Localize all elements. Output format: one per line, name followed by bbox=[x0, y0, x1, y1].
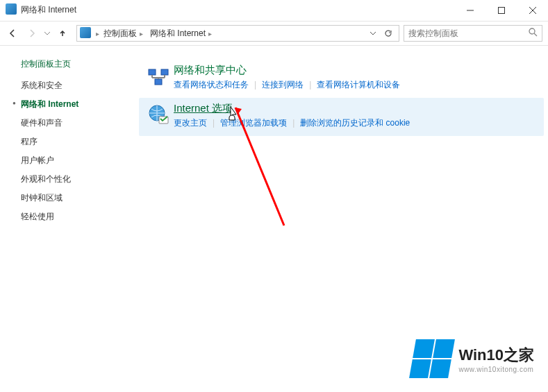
search-icon[interactable] bbox=[529, 28, 538, 39]
watermark: Win10之家 www.win10xitong.com bbox=[413, 339, 534, 378]
back-button[interactable] bbox=[3, 24, 22, 43]
section-link[interactable]: 查看网络计算机和设备 bbox=[317, 80, 400, 90]
recent-dropdown[interactable] bbox=[42, 24, 53, 43]
address-icon bbox=[80, 27, 91, 40]
section-link[interactable]: 查看网络状态和任务 bbox=[174, 80, 249, 90]
svg-line-5 bbox=[534, 33, 537, 36]
svg-rect-7 bbox=[161, 69, 168, 75]
sidebar-item-label: 时钟和区域 bbox=[21, 193, 63, 203]
sidebar-item-label: 用户帐户 bbox=[21, 155, 54, 165]
section-internet-options: Internet 选项更改主页|管理浏览器加载项|删除浏览的历史记录和 cook… bbox=[139, 98, 544, 136]
breadcrumb-item[interactable]: 控制面板 ▸ bbox=[101, 28, 148, 40]
window-controls bbox=[454, 0, 548, 21]
up-button[interactable] bbox=[53, 24, 72, 43]
svg-rect-1 bbox=[498, 7, 504, 13]
address-dropdown-button[interactable] bbox=[365, 26, 381, 41]
close-button[interactable] bbox=[517, 0, 548, 21]
sidebar-item-label: 网络和 Internet bbox=[21, 99, 78, 109]
toolbar: ▸ 控制面板 ▸ 网络和 Internet ▸ bbox=[0, 21, 548, 46]
section-heading[interactable]: 网络和共享中心 bbox=[174, 64, 540, 77]
svg-rect-8 bbox=[155, 79, 162, 85]
section-network-sharing: 网络和共享中心查看网络状态和任务|连接到网络|查看网络计算机和设备 bbox=[139, 60, 544, 98]
section-link[interactable]: 连接到网络 bbox=[262, 80, 304, 90]
sidebar-item-label: 轻松使用 bbox=[21, 212, 54, 221]
sidebar-item-label: 硬件和声音 bbox=[21, 118, 63, 128]
sidebar-item[interactable]: 用户帐户 bbox=[21, 155, 139, 167]
chevron-right-icon: ▸ bbox=[208, 30, 212, 37]
sidebar-item[interactable]: 系统和安全 bbox=[21, 80, 139, 92]
sidebar-item[interactable]: 外观和个性化 bbox=[21, 173, 139, 185]
forward-button[interactable] bbox=[22, 24, 42, 43]
internet-options-icon bbox=[143, 102, 174, 129]
section-link[interactable]: 删除浏览的历史记录和 cookie bbox=[300, 118, 410, 128]
windows-logo-icon bbox=[409, 339, 455, 378]
separator: | bbox=[309, 80, 311, 90]
watermark-sub: www.win10xitong.com bbox=[458, 366, 534, 373]
watermark-title: Win10之家 bbox=[458, 345, 534, 366]
sidebar-item[interactable]: 轻松使用 bbox=[21, 211, 139, 223]
titlebar: 网络和 Internet bbox=[0, 0, 548, 21]
window-title: 网络和 Internet bbox=[21, 4, 76, 16]
breadcrumb-label: 控制面板 bbox=[103, 28, 137, 40]
breadcrumb-label: 网络和 Internet bbox=[150, 28, 206, 40]
separator: | bbox=[292, 118, 294, 128]
svg-point-4 bbox=[529, 28, 535, 34]
sidebar-item[interactable]: 时钟和区域 bbox=[21, 192, 139, 204]
section-link[interactable]: 管理浏览器加载项 bbox=[220, 118, 287, 128]
sidebar-item-label: 程序 bbox=[21, 137, 38, 146]
chevron-right-icon: ▸ bbox=[96, 30, 99, 37]
section-links: 查看网络状态和任务|连接到网络|查看网络计算机和设备 bbox=[174, 79, 540, 91]
search-input[interactable] bbox=[408, 28, 529, 38]
maximize-button[interactable] bbox=[485, 0, 517, 21]
sidebar-heading[interactable]: 控制面板主页 bbox=[21, 58, 139, 70]
section-heading[interactable]: Internet 选项 bbox=[174, 102, 540, 115]
svg-rect-6 bbox=[149, 69, 156, 75]
section-links: 更改主页|管理浏览器加载项|删除浏览的历史记录和 cookie bbox=[174, 117, 540, 129]
breadcrumb-item[interactable]: 网络和 Internet ▸ bbox=[148, 28, 217, 40]
chevron-right-icon: ▸ bbox=[140, 30, 143, 37]
separator: | bbox=[213, 118, 215, 128]
refresh-button[interactable] bbox=[381, 26, 396, 41]
sidebar: 控制面板主页 系统和安全网络和 Internet硬件和声音程序用户帐户外观和个性… bbox=[0, 46, 139, 392]
search-box[interactable] bbox=[404, 25, 542, 42]
network-icon bbox=[143, 64, 174, 91]
minimize-button[interactable] bbox=[454, 0, 485, 21]
separator: | bbox=[254, 80, 256, 90]
sidebar-item-label: 系统和安全 bbox=[21, 80, 63, 90]
sidebar-item[interactable]: 硬件和声音 bbox=[21, 117, 139, 129]
address-bar[interactable]: ▸ 控制面板 ▸ 网络和 Internet ▸ bbox=[76, 25, 399, 42]
sidebar-item-label: 外观和个性化 bbox=[21, 174, 71, 184]
sidebar-item[interactable]: 程序 bbox=[21, 136, 139, 148]
window-icon bbox=[6, 3, 17, 17]
sidebar-item[interactable]: 网络和 Internet bbox=[21, 99, 139, 110]
section-link[interactable]: 更改主页 bbox=[174, 118, 207, 128]
